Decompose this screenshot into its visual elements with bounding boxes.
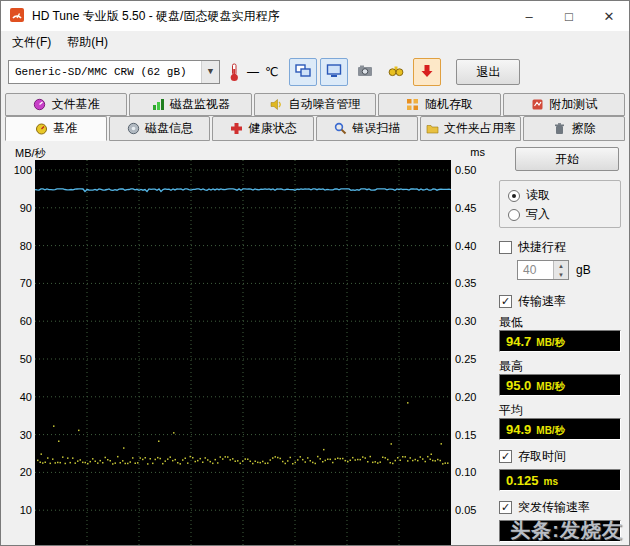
shortstroke-size-row: 40 ▲▼ gB [517, 260, 621, 280]
minimize-button[interactable]: – [509, 1, 549, 31]
hdtune-window: HD Tune 专业版 5.50 - 硬盘/固态硬盘实用程序 – □ ✕ 文件(… [0, 0, 630, 546]
temperature-unit: ℃ [265, 65, 278, 79]
copy-screen-button[interactable] [289, 58, 317, 86]
disk-monitor-view-button[interactable] [320, 58, 348, 86]
right-axis-tick: 0.35 [455, 277, 488, 289]
menu-file[interactable]: 文件(F) [4, 31, 59, 54]
tab-health[interactable]: 健康状态 [212, 116, 314, 141]
benchmark-chart-area: MB/秒 ms 1009080706050403020100.500.450.4… [7, 145, 489, 546]
left-axis-tick: 30 [7, 429, 32, 441]
left-axis-tick: 70 [7, 277, 32, 289]
tab-file-benchmark-label: 文件基准 [52, 96, 100, 113]
access-time-stat: 0.125 ms [499, 469, 621, 491]
spinner-up-icon[interactable]: ▲ [553, 261, 568, 270]
spinner-down-icon[interactable]: ▼ [553, 270, 568, 279]
tab-aam[interactable]: 自动噪音管理 [254, 93, 376, 116]
right-axis-tick: 0.30 [455, 315, 488, 327]
maximize-button[interactable]: □ [549, 1, 589, 31]
tab-disk-info[interactable]: 磁盘信息 [109, 116, 211, 141]
shortstroke-size-input[interactable]: 40 ▲▼ [517, 260, 569, 280]
access-time-checkbox-box [499, 450, 512, 463]
monitor-icon [326, 64, 342, 81]
menu-help[interactable]: 帮助(H) [59, 31, 116, 54]
watermark: 头条:发烧友 [510, 517, 623, 544]
right-axis-tick: 0.40 [455, 240, 488, 252]
radio-read-label: 读取 [526, 187, 550, 204]
titlebar: HD Tune 专业版 5.50 - 硬盘/固态硬盘实用程序 – □ ✕ [1, 1, 629, 31]
right-axis-tick: 0.45 [455, 202, 488, 214]
radio-read[interactable]: 读取 [508, 186, 614, 205]
tab-random-access[interactable]: 随机存取 [378, 93, 500, 116]
tab-folder-usage[interactable]: 文件夹占用率 [420, 116, 522, 141]
tab-disk-monitor[interactable]: 磁盘监视器 [129, 93, 251, 116]
transfer-rate-checkbox[interactable]: 传输速率 [499, 291, 621, 311]
window-title: HD Tune 专业版 5.50 - 硬盘/固态硬盘实用程序 [32, 8, 279, 25]
min-stat: 最低 94.7 MB/秒 [499, 314, 621, 352]
access-time-label: 存取时间 [518, 448, 566, 465]
avg-label: 平均 [499, 402, 621, 418]
transfer-rate-checkbox-box [499, 295, 512, 308]
left-axis-title: MB/秒 [15, 146, 46, 161]
tab-row-primary: 基准磁盘信息健康状态错误扫描文件夹占用率擦除 [1, 116, 629, 141]
access-time-value-box: 0.125 ms [499, 469, 621, 491]
tab-file-benchmark[interactable]: 文件基准 [5, 93, 127, 116]
drive-select-value: Generic-SD/MMC CRW (62 gB) [15, 66, 187, 78]
left-axis-tick: 40 [7, 391, 32, 403]
tab-extra-tests[interactable]: 附加测试 [503, 93, 625, 116]
right-axis-tick: 0.25 [455, 353, 488, 365]
shortstroke-size-value: 40 [518, 261, 553, 279]
tab-error-scan[interactable]: 错误扫描 [316, 116, 418, 141]
main-content: MB/秒 ms 1009080706050403020100.500.450.4… [1, 141, 629, 546]
tab-erase-label: 擦除 [572, 120, 596, 137]
close-button[interactable]: ✕ [589, 1, 629, 31]
app-icon [9, 7, 25, 26]
download-icon [420, 64, 434, 81]
tab-erase[interactable]: 擦除 [523, 116, 625, 141]
tab-benchmark[interactable]: 基准 [5, 116, 107, 141]
start-button[interactable]: 开始 [515, 147, 619, 171]
burst-rate-checkbox[interactable]: 突发传输速率 [499, 497, 621, 517]
erase-icon [553, 122, 567, 135]
right-axis-tick: 0.15 [455, 429, 488, 441]
shortstroke-checkbox[interactable]: 快捷行程 [499, 237, 621, 257]
mode-groupbox: 读取 写入 [499, 180, 621, 228]
toolbar-buttons [289, 58, 441, 86]
temperature-value: — [247, 65, 259, 79]
right-axis-title: ms [470, 146, 485, 158]
screens-icon [295, 64, 311, 81]
tab-benchmark-label: 基准 [53, 120, 77, 137]
view-results-button[interactable] [382, 58, 410, 86]
radio-write[interactable]: 写入 [508, 205, 614, 224]
access-time-value: 0.125 [506, 473, 539, 488]
exit-button[interactable]: 退出 [456, 59, 520, 85]
spinner-arrows[interactable]: ▲▼ [553, 261, 568, 279]
file-benchmark-icon [33, 98, 47, 111]
drive-select[interactable]: Generic-SD/MMC CRW (62 gB) ▼ [8, 60, 220, 84]
radio-read-indicator [508, 190, 520, 202]
toolbar: Generic-SD/MMC CRW (62 gB) ▼ — ℃ 退出 [1, 53, 629, 91]
shortstroke-label: 快捷行程 [518, 239, 566, 256]
tab-disk-monitor-label: 磁盘监视器 [170, 96, 230, 113]
folder-usage-icon [425, 122, 439, 135]
access-time-unit: ms [544, 476, 558, 487]
menubar: 文件(F) 帮助(H) [1, 31, 629, 53]
disk-info-icon [126, 122, 140, 135]
max-stat: 最高 95.0 MB/秒 [499, 358, 621, 396]
screenshot-button[interactable] [351, 58, 379, 86]
avg-value-box: 94.9 MB/秒 [499, 418, 621, 440]
min-value-box: 94.7 MB/秒 [499, 330, 621, 352]
min-unit: MB/秒 [536, 336, 564, 350]
disk-monitor-icon [151, 98, 165, 111]
tab-error-scan-label: 错误扫描 [352, 120, 400, 137]
camera-icon [357, 64, 373, 80]
tab-aam-label: 自动噪音管理 [289, 96, 361, 113]
access-time-checkbox[interactable]: 存取时间 [499, 446, 621, 466]
right-axis-tick: 0.10 [455, 466, 488, 478]
benchmark-icon [34, 122, 48, 135]
max-label: 最高 [499, 358, 621, 374]
min-label: 最低 [499, 314, 621, 330]
max-value: 95.0 [506, 378, 531, 393]
save-results-button[interactable] [413, 58, 441, 86]
tab-extra-tests-label: 附加测试 [549, 96, 597, 113]
burst-rate-label: 突发传输速率 [518, 499, 590, 516]
